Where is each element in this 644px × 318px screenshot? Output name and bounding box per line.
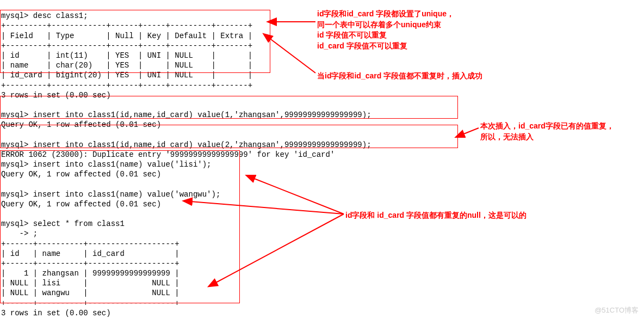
annotation-insert-fail: 本次插入，id_card字段已有的值重复， 所以，无法插入	[480, 121, 614, 142]
table-border: +---------+------------+------+-----+---…	[1, 81, 252, 90]
annotation-line: id字段和 id_card 字段值都有重复的null，这是可以的	[345, 210, 527, 221]
annotation-line: id 字段值不可以重复	[317, 30, 454, 41]
annotation-unique-explain: id字段和id_card 字段都设置了unique， 同一个表中可以存着多个un…	[317, 9, 454, 51]
annotation-line: 同一个表中可以存着多个unique约束	[317, 20, 454, 30]
annotation-line: id字段和id_card 字段都设置了unique，	[317, 9, 454, 20]
box-desc-table	[0, 10, 270, 73]
annotation-line: id_card 字段值不可以重复	[317, 41, 454, 52]
box-insert2	[0, 125, 458, 148]
result-msg: 3 rows in set (0.00 sec)	[1, 309, 111, 317]
annotation-line: 所以，无法插入	[480, 132, 614, 143]
annotation-line: 本次插入，id_card字段已有的值重复，	[480, 121, 614, 132]
watermark: @51CTO博客	[595, 306, 639, 315]
box-insert1	[0, 96, 458, 119]
annotation-line: 当id字段和id_card 字段值都不重复时，插入成功	[317, 71, 482, 82]
annotation-null-duplicate: id字段和 id_card 字段值都有重复的null，这是可以的	[345, 210, 527, 221]
box-select-results	[0, 150, 240, 303]
annotation-insert-success: 当id字段和id_card 字段值都不重复时，插入成功	[317, 71, 482, 82]
svg-line-3	[462, 128, 479, 134]
